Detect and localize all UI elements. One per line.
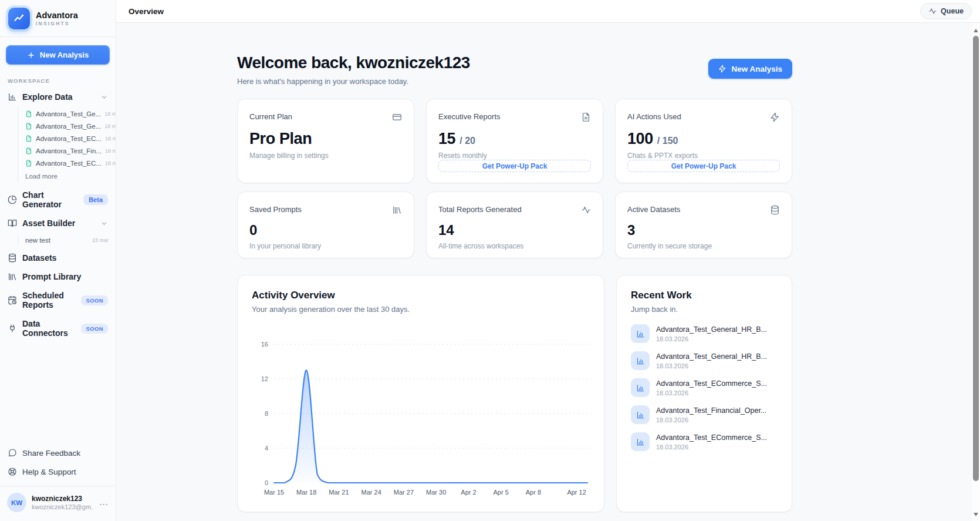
asset-name: new test bbox=[25, 237, 50, 244]
scrollbar-down-arrow[interactable] bbox=[972, 510, 980, 519]
chevron-down-icon[interactable] bbox=[100, 93, 108, 101]
activity-icon bbox=[928, 7, 937, 15]
database-icon bbox=[770, 205, 780, 215]
page-title: Overview bbox=[129, 7, 164, 16]
chevron-down-icon[interactable] bbox=[100, 220, 108, 227]
activity-overview-card: Activity Overview Your analysis generati… bbox=[237, 275, 604, 512]
sidebar-item-help-support[interactable]: Help & Support bbox=[0, 462, 116, 481]
scroll-area: Welcome back, kwozniczek123 Here is what… bbox=[116, 23, 980, 521]
sidebar-file-item[interactable]: Advantora_Test_EC... 18 mar bbox=[25, 132, 116, 144]
recent-item-name: Advantora_Test_General_HR_B... bbox=[656, 352, 767, 361]
beta-badge: Beta bbox=[83, 194, 108, 205]
get-powerup-pack-button[interactable]: Get Power-Up Pack bbox=[438, 160, 591, 172]
sidebar-item-prompt-library[interactable]: Prompt Library bbox=[0, 267, 116, 286]
sidebar-item-explore-data[interactable]: Explore Data bbox=[0, 88, 116, 106]
workspace-section-label: WORKSPACE bbox=[0, 69, 116, 88]
zap-icon bbox=[770, 112, 780, 122]
stat-value: 0 bbox=[249, 222, 402, 238]
trending-chart-icon bbox=[13, 12, 25, 25]
file-icon bbox=[25, 110, 32, 117]
soon-badge: SOON bbox=[81, 324, 108, 334]
svg-text:Apr 5: Apr 5 bbox=[494, 489, 509, 496]
stat-card-saved-prompts: Saved Prompts 0 In your personal library bbox=[237, 191, 414, 258]
message-bubble-icon bbox=[8, 448, 17, 458]
chart-column-icon bbox=[631, 324, 650, 343]
plus-icon bbox=[27, 51, 35, 59]
recent-work-title: Recent Work bbox=[631, 290, 778, 301]
recent-work-item[interactable]: Advantora_Test_ECommerce_S... 18.03.2026 bbox=[631, 432, 778, 451]
sidebar-file-item[interactable]: Advantora_Test_Ge... 18 mar bbox=[25, 120, 116, 132]
vertical-scrollbar[interactable] bbox=[972, 23, 980, 521]
svg-text:Apr 12: Apr 12 bbox=[567, 489, 586, 496]
get-powerup-pack-button[interactable]: Get Power-Up Pack bbox=[627, 160, 780, 172]
stat-card-ai-actions: AI Actions Used 100 / 150 Chats & PPTX e… bbox=[615, 99, 792, 183]
recent-work-item[interactable]: Advantora_Test_General_HR_B... 18.03.202… bbox=[631, 324, 778, 343]
recent-work-list: Advantora_Test_General_HR_B... 18.03.202… bbox=[631, 324, 778, 451]
sidebar-file-item[interactable]: Advantora_Test_Ge... 18 mar bbox=[25, 107, 116, 120]
load-more-link[interactable]: Load more bbox=[25, 169, 116, 183]
welcome-title: Welcome back, kwozniczek123 bbox=[237, 53, 470, 72]
file-name: Advantora_Test_Ge... bbox=[36, 123, 101, 130]
stat-label: Active Datasets bbox=[627, 205, 680, 214]
sidebar-item-chart-generator[interactable]: Chart Generator Beta bbox=[0, 186, 116, 214]
stat-total: / 20 bbox=[459, 136, 475, 146]
recent-item-date: 18.03.2026 bbox=[656, 443, 767, 451]
stat-sub: Chats & PPTX exports bbox=[627, 152, 780, 160]
user-profile-row[interactable]: KW kwozniczek123 kwozniczek123@gm... ... bbox=[0, 486, 116, 519]
recent-work-item[interactable]: Advantora_Test_General_HR_B... 18.03.202… bbox=[631, 351, 778, 370]
svg-text:Apr 8: Apr 8 bbox=[526, 489, 541, 496]
chart-column-icon bbox=[631, 378, 650, 397]
cta-label: New Analysis bbox=[731, 65, 782, 73]
plug-icon bbox=[8, 324, 17, 333]
sidebar-asset-item[interactable]: new test 23 mar bbox=[25, 234, 116, 246]
avatar: KW bbox=[7, 493, 26, 512]
sidebar-item-datasets[interactable]: Datasets bbox=[0, 248, 116, 267]
recent-work-item[interactable]: Advantora_Test_ECommerce_S... 18.03.2026 bbox=[631, 378, 778, 397]
credit-card-icon bbox=[392, 112, 402, 122]
queue-button[interactable]: Queue bbox=[920, 3, 972, 19]
scrollbar-thumb[interactable] bbox=[973, 36, 979, 481]
file-icon bbox=[25, 123, 32, 130]
new-analysis-label: New Analysis bbox=[40, 51, 89, 59]
stats-row-1: Current Plan Pro Plan Manage billing in … bbox=[237, 99, 792, 183]
file-date: 18 mar bbox=[104, 123, 116, 129]
stat-sub: Currently in secure storage bbox=[627, 242, 780, 250]
new-analysis-button-sidebar[interactable]: New Analysis bbox=[6, 45, 110, 65]
user-name: kwozniczek123 bbox=[32, 495, 93, 504]
new-analysis-button-main[interactable]: New Analysis bbox=[708, 59, 792, 79]
chart-column-icon bbox=[631, 351, 650, 370]
main-area: Overview Queue Welcome back, kwozniczek1… bbox=[116, 0, 980, 521]
scrollbar-up-arrow[interactable] bbox=[972, 26, 980, 35]
asset-date: 23 mar bbox=[92, 237, 109, 243]
sidebar: Advantora INSIGHTS New Analysis WORKSPAC… bbox=[0, 0, 116, 521]
stat-value: Pro Plan bbox=[249, 130, 402, 148]
sidebar-item-share-feedback[interactable]: Share Feedback bbox=[0, 443, 116, 462]
recent-item-name: Advantora_Test_General_HR_B... bbox=[656, 325, 767, 334]
bar-chart-icon bbox=[8, 92, 17, 102]
library-icon bbox=[392, 205, 402, 215]
dashboard-content: Welcome back, kwozniczek123 Here is what… bbox=[237, 23, 792, 512]
recent-item-name: Advantora_Test_Financial_Oper... bbox=[656, 406, 766, 415]
queue-label: Queue bbox=[941, 7, 964, 15]
recent-work-card: Recent Work Jump back in. Advantora_Test… bbox=[616, 275, 792, 512]
sidebar-file-item[interactable]: Advantora_Test_Fin... 18 mar bbox=[25, 144, 116, 157]
sidebar-item-data-connectors[interactable]: Data Connectors SOON bbox=[0, 314, 116, 342]
explore-data-file-list: Advantora_Test_Ge... 18 mar Advantora_Te… bbox=[18, 107, 116, 183]
stat-value: 15 bbox=[438, 130, 455, 148]
soon-badge: SOON bbox=[81, 295, 108, 305]
sidebar-item-asset-builder[interactable]: Asset Builder bbox=[0, 214, 116, 233]
recent-work-item[interactable]: Advantora_Test_Financial_Oper... 18.03.2… bbox=[631, 405, 778, 424]
recent-item-date: 18.03.2026 bbox=[656, 389, 767, 396]
sidebar-file-item[interactable]: Advantora_Test_EC... 18 mar bbox=[25, 157, 116, 169]
svg-text:Mar 15: Mar 15 bbox=[264, 489, 284, 496]
stat-label: Saved Prompts bbox=[249, 205, 302, 214]
svg-text:0: 0 bbox=[265, 479, 268, 486]
file-name: Advantora_Test_Ge... bbox=[36, 110, 101, 117]
sidebar-item-scheduled-reports[interactable]: Scheduled Reports SOON bbox=[0, 286, 116, 314]
stat-value: 3 bbox=[627, 222, 780, 238]
stat-value: 14 bbox=[438, 222, 591, 238]
stats-row-2: Saved Prompts 0 In your personal library… bbox=[237, 191, 792, 258]
chart-column-icon bbox=[631, 405, 650, 424]
stat-card-executive-reports: Executive Reports 15 / 20 Resets monthly… bbox=[426, 99, 603, 183]
user-menu-button[interactable]: ... bbox=[100, 498, 109, 507]
